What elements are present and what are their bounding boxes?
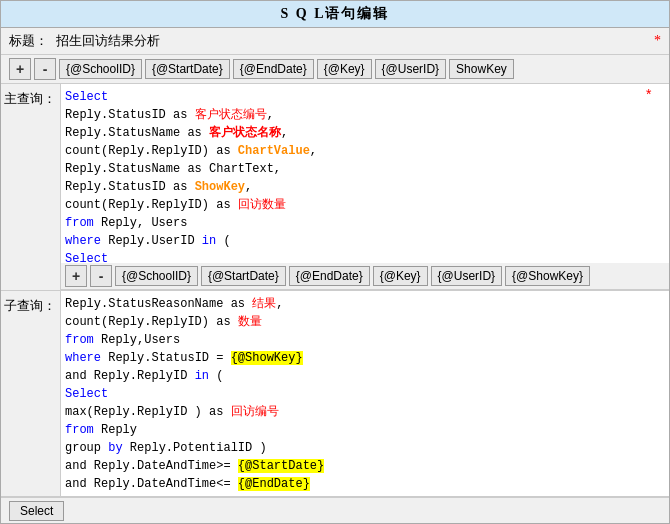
param-start-date-main[interactable]: {@StartDate} — [201, 266, 286, 286]
remove-button-top[interactable]: - — [34, 58, 56, 80]
sub-code-line-7: max(Reply.ReplyID ) as 回访编号 — [65, 403, 665, 421]
add-button-top[interactable]: + — [9, 58, 31, 80]
sub-query-code[interactable]: Reply.StatusReasonName as 结果, count(Repl… — [61, 291, 669, 497]
sub-code-line-11: and Reply.DateAndTime<= {@EndDate} — [65, 475, 665, 493]
sub-code-line-12: and Reply.UserID= Users.UserID — [65, 493, 665, 497]
sub-code-line-3: from Reply,Users — [65, 331, 665, 349]
param-start-date-top[interactable]: {@StartDate} — [145, 59, 230, 79]
code-line-7: count(Reply.ReplyID) as 回访数量 — [65, 196, 665, 214]
title-input[interactable] — [56, 34, 650, 49]
code-line-8: from Reply, Users — [65, 214, 665, 232]
code-line-5: Reply.StatusName as ChartText, — [65, 160, 665, 178]
main-query-body: * Select Reply.StatusID as 客户状态编号, Reply… — [61, 84, 669, 290]
top-toolbar: + - {@SchoolID} {@StartDate} {@EndDate} … — [1, 55, 669, 84]
code-line-9: where Reply.UserID in ( — [65, 232, 665, 250]
select-button[interactable]: Select — [9, 501, 64, 521]
main-query-code[interactable]: * Select Reply.StatusID as 客户状态编号, Reply… — [61, 84, 669, 263]
main-content: 主查询： * Select Reply.StatusID as 客户状态编号, … — [1, 84, 669, 497]
code-line-2: Reply.StatusID as 客户状态编号, — [65, 106, 665, 124]
sections: 主查询： * Select Reply.StatusID as 客户状态编号, … — [1, 84, 669, 497]
param-school-id-main[interactable]: {@SchoolID} — [115, 266, 198, 286]
sub-code-line-6: Select — [65, 385, 665, 403]
code-line-3: Reply.StatusName as 客户状态名称, — [65, 124, 665, 142]
sub-code-line-9: group by Reply.PotentialID ) — [65, 439, 665, 457]
param-school-id-top[interactable]: {@SchoolID} — [59, 59, 142, 79]
param-showkey-main[interactable]: {@ShowKey} — [505, 266, 590, 286]
main-window: S Q L语句编辑 标题： * + - {@SchoolID} {@StartD… — [0, 0, 670, 524]
title-bar: S Q L语句编辑 — [1, 1, 669, 28]
title-label: 标题： — [9, 32, 48, 50]
sub-code-line-1: Reply.StatusReasonName as 结果, — [65, 295, 665, 313]
param-end-date-main[interactable]: {@EndDate} — [289, 266, 370, 286]
sub-code-line-2: count(Reply.ReplyID) as 数量 — [65, 313, 665, 331]
sub-code-line-8: from Reply — [65, 421, 665, 439]
code-line-4: count(Reply.ReplyID) as ChartValue, — [65, 142, 665, 160]
param-end-date-top[interactable]: {@EndDate} — [233, 59, 314, 79]
sub-code-line-10: and Reply.DateAndTime>= {@StartDate} — [65, 457, 665, 475]
title-required-star: * — [654, 33, 661, 49]
main-sub-toolbar: + - {@SchoolID} {@StartDate} {@EndDate} … — [61, 263, 669, 290]
main-query-section: 主查询： * Select Reply.StatusID as 客户状态编号, … — [1, 84, 669, 291]
param-showkey-top[interactable]: ShowKey — [449, 59, 514, 79]
add-button-main[interactable]: + — [65, 265, 87, 287]
sub-query-label: 子查询： — [1, 291, 61, 497]
code-line-1: Select — [65, 88, 665, 106]
code-line-6: Reply.StatusID as ShowKey, — [65, 178, 665, 196]
title-row: 标题： * — [1, 28, 669, 55]
param-key-top[interactable]: {@Key} — [317, 59, 372, 79]
sub-query-body: Reply.StatusReasonName as 结果, count(Repl… — [61, 291, 669, 497]
sub-query-section: 子查询： Reply.StatusReasonName as 结果, count… — [1, 291, 669, 498]
sub-code-line-4: where Reply.StatusID = {@ShowKey} — [65, 349, 665, 367]
code-line-10: Select — [65, 250, 665, 263]
param-user-id-main[interactable]: {@UserID} — [431, 266, 503, 286]
main-query-label: 主查询： — [1, 84, 61, 290]
param-user-id-top[interactable]: {@UserID} — [375, 59, 447, 79]
window-title: S Q L语句编辑 — [280, 6, 389, 21]
remove-button-main[interactable]: - — [90, 265, 112, 287]
sub-code-line-5: and Reply.ReplyID in ( — [65, 367, 665, 385]
main-required-star: * — [645, 86, 653, 107]
bottom-bar: Select — [1, 497, 669, 523]
param-key-main[interactable]: {@Key} — [373, 266, 428, 286]
